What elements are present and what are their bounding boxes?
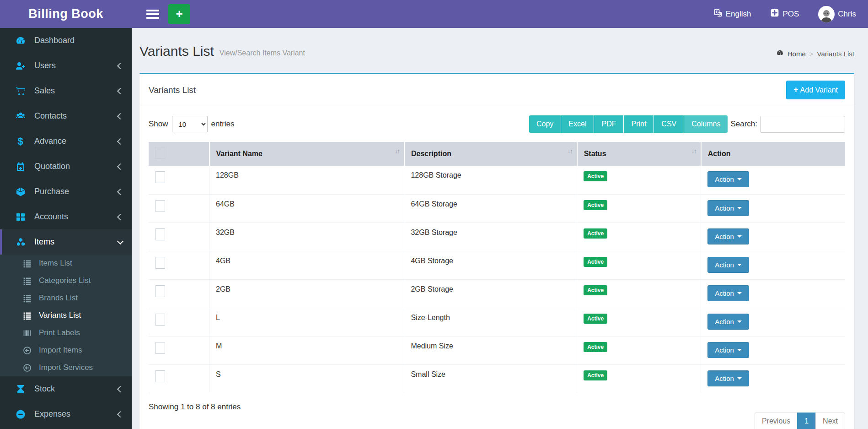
sidebar-subitem-brands-list[interactable]: Brands List <box>0 289 132 307</box>
row-checkbox[interactable] <box>155 285 165 297</box>
action-dropdown-button[interactable]: Action <box>707 257 749 273</box>
sidebar-item-advance[interactable]: $Advance <box>0 129 132 154</box>
language-icon <box>713 8 723 20</box>
row-checkbox[interactable] <box>155 200 165 212</box>
sidebar-subitem-categories-list[interactable]: Categories List <box>0 272 132 289</box>
action-dropdown-button[interactable]: Action <box>707 200 749 216</box>
avatar <box>818 6 835 22</box>
sidebar-item-users[interactable]: Users <box>0 53 132 78</box>
variant-name-cell: 128GB <box>209 166 404 194</box>
variant-name-cell: L <box>209 308 404 336</box>
hamburger-menu-icon[interactable] <box>146 10 159 19</box>
select-all-checkbox[interactable] <box>155 147 165 159</box>
row-checkbox[interactable] <box>155 314 165 326</box>
row-checkbox[interactable] <box>155 228 165 240</box>
variant-name-cell: 4GB <box>209 251 404 279</box>
action-dropdown-button[interactable]: Action <box>707 342 749 358</box>
status-badge: Active <box>584 314 607 324</box>
home-gauge-icon <box>776 49 784 58</box>
variant-name-cell: 64GB <box>209 194 404 223</box>
page-title: Variants List <box>139 43 214 59</box>
status-badge: Active <box>584 370 607 380</box>
search-label: Search: <box>730 119 757 129</box>
search-group: Search: <box>730 116 845 133</box>
action-dropdown-button[interactable]: Action <box>707 370 749 386</box>
arrow-circle-left-icon <box>21 346 32 355</box>
sidebar-item-label: Items <box>34 237 54 247</box>
row-checkbox[interactable] <box>155 257 165 269</box>
topbar-right: English POS Chris <box>713 6 856 22</box>
breadcrumb-home-link[interactable]: Home <box>788 50 806 58</box>
action-dropdown-button[interactable]: Action <box>707 228 749 244</box>
action-dropdown-button[interactable]: Action <box>707 285 749 301</box>
list-icon <box>21 259 32 268</box>
export-pdf-button[interactable]: PDF <box>594 115 624 133</box>
sidebar-item-label: Accounts <box>34 212 68 222</box>
pagination-next-button[interactable]: Next <box>815 413 845 429</box>
action-dropdown-button[interactable]: Action <box>707 314 749 330</box>
language-menu[interactable]: English <box>713 8 751 20</box>
chevron-left-icon <box>117 62 123 69</box>
sidebar-item-purchase[interactable]: Purchase <box>0 179 132 204</box>
pagination-page-1-button[interactable]: 1 <box>797 413 816 429</box>
sidebar-subitem-items-list[interactable]: Items List <box>0 255 132 272</box>
caret-down-icon <box>737 292 742 294</box>
variants-card: Variants List +Add Variant Show 10 entri… <box>139 73 854 429</box>
export-print-button[interactable]: Print <box>624 115 654 133</box>
description-cell: 128GB Storage <box>404 166 577 194</box>
sidebar-subitem-label: Print Labels <box>39 328 80 337</box>
app-logo[interactable]: Billing Book <box>0 0 132 28</box>
pos-menu[interactable]: POS <box>770 8 799 20</box>
sidebar-item-quotation[interactable]: Quotation <box>0 154 132 179</box>
show-label: Show <box>149 119 168 129</box>
sidebar-item-items[interactable]: Items <box>0 229 132 255</box>
sidebar-item-dashboard[interactable]: Dashboard <box>0 28 132 53</box>
export-copy-button[interactable]: Copy <box>529 115 561 133</box>
table-toolbar: Show 10 entries CopyExcelPDFPrintCSVColu… <box>149 115 845 133</box>
row-checkbox[interactable] <box>155 171 165 183</box>
export-excel-button[interactable]: Excel <box>561 115 594 133</box>
export-button-group: CopyExcelPDFPrintCSVColumns <box>529 115 728 133</box>
add-variant-button[interactable]: +Add Variant <box>786 81 845 99</box>
sidebar-item-label: Advance <box>34 136 66 146</box>
sidebar-subitem-variants-list[interactable]: Variants List <box>0 307 132 324</box>
table-header-row: Variant Name↓↑ Description↓↑ Status↓↑ Ac… <box>149 142 845 166</box>
status-badge: Active <box>584 171 607 181</box>
column-header-variant-name[interactable]: Variant Name↓↑ <box>209 142 404 166</box>
action-dropdown-button[interactable]: Action <box>707 171 749 187</box>
pagination-previous-button[interactable]: Previous <box>755 413 798 429</box>
quick-add-button[interactable]: + <box>168 4 190 24</box>
sidebar-subitem-import-services[interactable]: Import Services <box>0 359 132 376</box>
sidebar-item-expenses[interactable]: Expenses <box>0 402 132 427</box>
sidebar-subitem-print-labels[interactable]: Print Labels <box>0 324 132 342</box>
column-header-description[interactable]: Description↓↑ <box>404 142 577 166</box>
entries-label: entries <box>211 119 235 129</box>
arrow-circle-left-icon <box>21 363 32 373</box>
sidebar-subitem-label: Variants List <box>39 311 81 320</box>
row-checkbox[interactable] <box>155 342 165 354</box>
page-length-select[interactable]: 10 <box>172 116 208 132</box>
column-header-status[interactable]: Status↓↑ <box>577 142 701 166</box>
chevron-left-icon <box>117 411 123 417</box>
row-checkbox[interactable] <box>155 370 165 382</box>
search-input[interactable] <box>760 116 845 133</box>
select-all-header <box>149 142 209 166</box>
sidebar-item-contacts[interactable]: Contacts <box>0 103 132 129</box>
chevron-left-icon <box>117 113 123 119</box>
sidebar-item-stock[interactable]: Stock <box>0 376 132 402</box>
user-menu[interactable]: Chris <box>818 6 856 22</box>
sidebar-subitem-import-items[interactable]: Import Items <box>0 342 132 359</box>
card-body: Show 10 entries CopyExcelPDFPrintCSVColu… <box>139 106 854 429</box>
table-row: M Medium Size Active Action <box>149 336 845 364</box>
sidebar-item-sales[interactable]: Sales <box>0 78 132 103</box>
breadcrumb: Home > Variants List <box>776 49 854 58</box>
users-icon <box>14 111 27 122</box>
username-label: Chris <box>838 10 856 19</box>
description-cell: 4GB Storage <box>404 251 577 279</box>
chevron-left-icon <box>117 87 123 94</box>
export-csv-button[interactable]: CSV <box>654 115 684 133</box>
sidebar: Billing Book DashboardUsersSalesContacts… <box>0 0 132 429</box>
hourglass-icon <box>14 384 27 395</box>
export-columns-button[interactable]: Columns <box>684 115 728 133</box>
sidebar-item-accounts[interactable]: Accounts <box>0 204 132 229</box>
